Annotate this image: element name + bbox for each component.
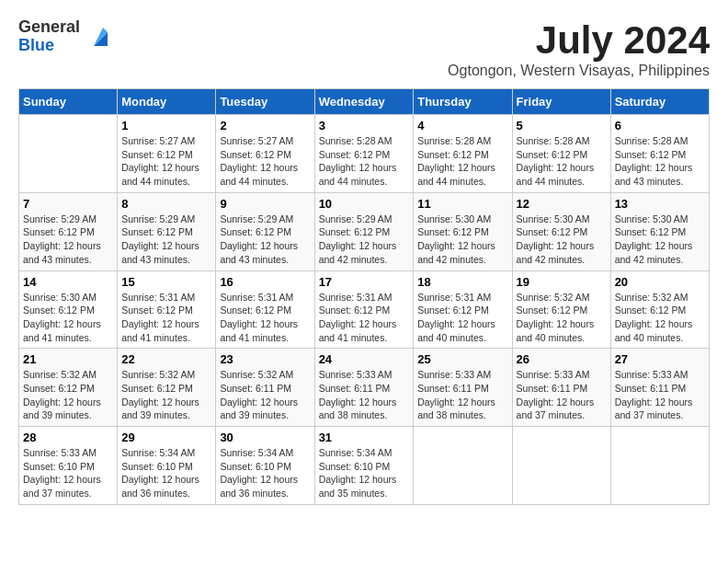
day-number: 19 [517, 275, 607, 289]
day-info: Sunrise: 5:33 AMSunset: 6:11 PMDaylight:… [319, 368, 410, 422]
day-info: Sunrise: 5:31 AMSunset: 6:12 PMDaylight:… [417, 291, 507, 345]
calendar-day-cell: 15Sunrise: 5:31 AMSunset: 6:12 PMDayligh… [118, 270, 216, 349]
day-number: 11 [417, 197, 507, 211]
day-number: 14 [23, 275, 113, 289]
day-info: Sunrise: 5:32 AMSunset: 6:12 PMDaylight:… [615, 291, 705, 345]
day-number: 8 [121, 197, 211, 211]
day-number: 24 [319, 352, 410, 366]
calendar-day-cell: 13Sunrise: 5:30 AMSunset: 6:12 PMDayligh… [610, 192, 709, 270]
calendar-day-cell: 20Sunrise: 5:32 AMSunset: 6:12 PMDayligh… [610, 270, 709, 349]
calendar-day-cell: 16Sunrise: 5:31 AMSunset: 6:12 PMDayligh… [216, 270, 314, 349]
calendar-day-cell: 8Sunrise: 5:29 AMSunset: 6:12 PMDaylight… [118, 192, 216, 270]
calendar-day-cell: 28Sunrise: 5:33 AMSunset: 6:10 PMDayligh… [19, 427, 118, 505]
day-number: 28 [23, 431, 113, 444]
day-number: 10 [319, 197, 410, 211]
calendar-day-cell: 18Sunrise: 5:31 AMSunset: 6:12 PMDayligh… [414, 270, 512, 349]
calendar-day-cell: 14Sunrise: 5:30 AMSunset: 6:12 PMDayligh… [19, 270, 118, 349]
day-info: Sunrise: 5:31 AMSunset: 6:12 PMDaylight:… [121, 291, 211, 345]
calendar-day-cell: 3Sunrise: 5:28 AMSunset: 6:12 PMDaylight… [314, 115, 414, 193]
calendar-day-cell: 30Sunrise: 5:34 AMSunset: 6:10 PMDayligh… [216, 427, 314, 505]
day-number: 15 [121, 275, 211, 289]
day-info: Sunrise: 5:33 AMSunset: 6:11 PMDaylight:… [417, 368, 507, 422]
calendar-day-cell: 9Sunrise: 5:29 AMSunset: 6:12 PMDaylight… [216, 192, 314, 270]
calendar-day-cell: 11Sunrise: 5:30 AMSunset: 6:12 PMDayligh… [414, 192, 512, 270]
day-number: 17 [319, 275, 410, 289]
calendar-day-cell: 27Sunrise: 5:33 AMSunset: 6:11 PMDayligh… [610, 349, 709, 427]
day-info: Sunrise: 5:29 AMSunset: 6:12 PMDaylight:… [121, 213, 211, 267]
day-info: Sunrise: 5:28 AMSunset: 6:12 PMDaylight:… [319, 134, 410, 189]
day-number: 20 [615, 275, 705, 289]
day-info: Sunrise: 5:32 AMSunset: 6:12 PMDaylight:… [23, 368, 113, 422]
day-number: 4 [417, 119, 507, 132]
calendar-day-cell: 25Sunrise: 5:33 AMSunset: 6:11 PMDayligh… [414, 349, 512, 427]
day-of-week-header: Thursday [414, 89, 512, 115]
calendar-week-row: 28Sunrise: 5:33 AMSunset: 6:10 PMDayligh… [19, 427, 710, 505]
day-of-week-header: Monday [118, 89, 216, 115]
calendar-day-cell: 10Sunrise: 5:29 AMSunset: 6:12 PMDayligh… [314, 192, 414, 270]
day-number: 27 [615, 352, 705, 366]
calendar-day-cell: 1Sunrise: 5:27 AMSunset: 6:12 PMDaylight… [118, 115, 216, 193]
day-number: 3 [319, 119, 410, 132]
calendar-day-cell: 24Sunrise: 5:33 AMSunset: 6:11 PMDayligh… [314, 349, 414, 427]
day-number: 9 [220, 197, 310, 211]
day-of-week-header: Tuesday [216, 89, 314, 115]
day-number: 29 [121, 431, 211, 444]
calendar-day-cell [414, 427, 512, 505]
day-number: 30 [220, 431, 310, 444]
calendar-day-cell: 7Sunrise: 5:29 AMSunset: 6:12 PMDaylight… [19, 192, 118, 270]
day-info: Sunrise: 5:31 AMSunset: 6:12 PMDaylight:… [319, 291, 410, 345]
calendar-day-cell: 23Sunrise: 5:32 AMSunset: 6:11 PMDayligh… [216, 349, 314, 427]
calendar-header-row: SundayMondayTuesdayWednesdayThursdayFrid… [19, 89, 710, 115]
calendar-day-cell: 22Sunrise: 5:32 AMSunset: 6:12 PMDayligh… [118, 349, 216, 427]
day-info: Sunrise: 5:32 AMSunset: 6:12 PMDaylight:… [121, 368, 211, 422]
calendar-day-cell: 17Sunrise: 5:31 AMSunset: 6:12 PMDayligh… [314, 270, 414, 349]
calendar-day-cell: 5Sunrise: 5:28 AMSunset: 6:12 PMDaylight… [512, 115, 610, 193]
calendar-table: SundayMondayTuesdayWednesdayThursdayFrid… [18, 88, 710, 505]
calendar-week-row: 21Sunrise: 5:32 AMSunset: 6:12 PMDayligh… [19, 349, 710, 427]
day-info: Sunrise: 5:34 AMSunset: 6:10 PMDaylight:… [220, 446, 310, 500]
calendar-week-row: 1Sunrise: 5:27 AMSunset: 6:12 PMDaylight… [19, 115, 710, 193]
day-info: Sunrise: 5:30 AMSunset: 6:12 PMDaylight:… [517, 213, 607, 267]
day-of-week-header: Saturday [610, 89, 709, 115]
calendar-week-row: 14Sunrise: 5:30 AMSunset: 6:12 PMDayligh… [19, 270, 710, 349]
calendar-day-cell: 4Sunrise: 5:28 AMSunset: 6:12 PMDaylight… [414, 115, 512, 193]
day-info: Sunrise: 5:34 AMSunset: 6:10 PMDaylight:… [319, 446, 410, 500]
calendar-day-cell: 2Sunrise: 5:27 AMSunset: 6:12 PMDaylight… [216, 115, 314, 193]
day-info: Sunrise: 5:30 AMSunset: 6:12 PMDaylight:… [23, 291, 113, 345]
day-number: 21 [23, 352, 113, 366]
day-number: 16 [220, 275, 310, 289]
calendar-week-row: 7Sunrise: 5:29 AMSunset: 6:12 PMDaylight… [19, 192, 710, 270]
title-area: July 2024 Ogtongon, Western Visayas, Phi… [448, 18, 710, 79]
day-number: 25 [417, 352, 507, 366]
day-number: 18 [417, 275, 507, 289]
day-number: 13 [615, 197, 705, 211]
day-info: Sunrise: 5:29 AMSunset: 6:12 PMDaylight:… [23, 213, 113, 267]
calendar-day-cell: 31Sunrise: 5:34 AMSunset: 6:10 PMDayligh… [314, 427, 414, 505]
calendar-day-cell: 19Sunrise: 5:32 AMSunset: 6:12 PMDayligh… [512, 270, 610, 349]
calendar-day-cell [610, 427, 709, 505]
logo-icon [85, 23, 112, 51]
month-year-title: July 2024 [448, 18, 710, 63]
calendar-day-cell: 26Sunrise: 5:33 AMSunset: 6:11 PMDayligh… [512, 349, 610, 427]
day-info: Sunrise: 5:33 AMSunset: 6:11 PMDaylight:… [615, 368, 705, 422]
calendar-day-cell [512, 427, 610, 505]
day-info: Sunrise: 5:28 AMSunset: 6:12 PMDaylight:… [417, 134, 507, 189]
day-number: 5 [517, 119, 607, 132]
page-header: General Blue July 2024 Ogtongon, Western… [18, 18, 710, 79]
day-info: Sunrise: 5:28 AMSunset: 6:12 PMDaylight:… [615, 134, 705, 189]
day-info: Sunrise: 5:29 AMSunset: 6:12 PMDaylight:… [319, 213, 410, 267]
calendar-day-cell: 6Sunrise: 5:28 AMSunset: 6:12 PMDaylight… [610, 115, 709, 193]
day-info: Sunrise: 5:32 AMSunset: 6:11 PMDaylight:… [220, 368, 310, 422]
day-number: 26 [517, 352, 607, 366]
day-number: 12 [517, 197, 607, 211]
day-of-week-header: Wednesday [314, 89, 414, 115]
day-number: 7 [23, 197, 113, 211]
day-info: Sunrise: 5:29 AMSunset: 6:12 PMDaylight:… [220, 213, 310, 267]
day-number: 1 [121, 119, 211, 132]
day-info: Sunrise: 5:32 AMSunset: 6:12 PMDaylight:… [517, 291, 607, 345]
calendar-day-cell [19, 115, 118, 193]
day-info: Sunrise: 5:33 AMSunset: 6:11 PMDaylight:… [517, 368, 607, 422]
calendar-day-cell: 21Sunrise: 5:32 AMSunset: 6:12 PMDayligh… [19, 349, 118, 427]
day-of-week-header: Sunday [19, 89, 118, 115]
day-info: Sunrise: 5:27 AMSunset: 6:12 PMDaylight:… [121, 134, 211, 189]
